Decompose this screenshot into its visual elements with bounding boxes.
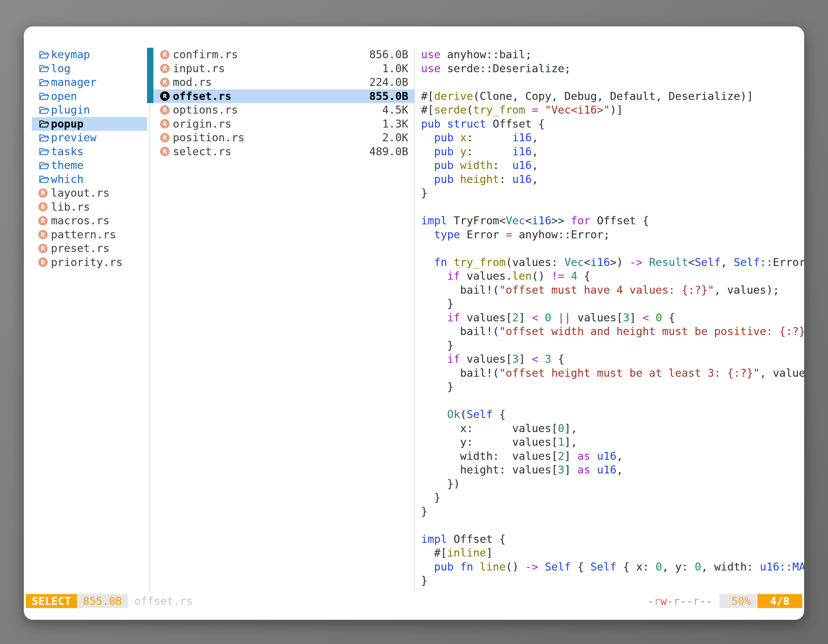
item-label: which (51, 172, 83, 186)
file-size: 855.0B (369, 89, 408, 103)
code-line: impl TryFrom<Vec<i16>> for Offset { (421, 214, 804, 228)
folder-open-icon (38, 147, 50, 156)
item-label: theme (51, 158, 83, 172)
code-line: } (421, 505, 804, 519)
code-line: #[inline] (421, 546, 804, 560)
rust-file-icon: R (160, 133, 169, 143)
code-line: pub y: i16, (421, 145, 804, 159)
code-line: } (421, 490, 804, 505)
item-label: keymap (51, 48, 90, 62)
file-row-options-rs[interactable]: Roptions.rs4.5K (147, 103, 415, 117)
item-label: log (51, 62, 70, 76)
file-name: mod.rs (173, 75, 212, 89)
file-row-position-rs[interactable]: Rposition.rs2.0K (147, 131, 415, 145)
item-label: preview (51, 131, 96, 145)
code-line (421, 394, 804, 408)
folder-open-icon (38, 119, 50, 128)
file-name: input.rs (173, 62, 225, 76)
sidebar-item-priority-rs[interactable]: Rpriority.rs (32, 255, 147, 270)
sidebar-item-popup[interactable]: popup (32, 117, 147, 131)
file-row-mod-rs[interactable]: Rmod.rs224.0B (147, 75, 415, 89)
mode-badge: SELECT (26, 594, 77, 608)
folder-open-icon (38, 106, 50, 114)
sidebar-item-which[interactable]: which (32, 172, 147, 186)
code-line: use serde::Deserialize; (421, 62, 804, 76)
code-line: #[derive(Clone, Copy, Debug, Default, De… (421, 89, 804, 103)
file-size: 856.0B (369, 48, 408, 62)
file-row-confirm-rs[interactable]: Rconfirm.rs856.0B (147, 48, 415, 62)
sidebar-item-preset-rs[interactable]: Rpreset.rs (32, 241, 147, 255)
folder-open-icon (38, 64, 50, 73)
item-label: priority.rs (51, 255, 122, 270)
file-row-input-rs[interactable]: Rinput.rs1.0K (147, 62, 415, 76)
rust-file-icon: R (38, 202, 48, 212)
sidebar-item-lib-rs[interactable]: Rlib.rs (32, 200, 147, 214)
item-label: tasks (51, 145, 83, 159)
code-line: } (421, 186, 804, 200)
file-row-select-rs[interactable]: Rselect.rs489.0B (147, 145, 415, 159)
sidebar-item-manager[interactable]: manager (32, 75, 147, 89)
status-filename: offset.rs (134, 594, 193, 608)
sidebar-item-theme[interactable]: theme (32, 158, 147, 172)
rust-file-icon: R (160, 147, 169, 156)
folder-open-icon (38, 50, 50, 59)
file-name: confirm.rs (173, 48, 238, 62)
file-size: 2.0K (382, 131, 408, 145)
rust-file-icon: R (38, 257, 48, 267)
sidebar-item-plugin[interactable]: plugin (32, 103, 147, 117)
rust-file-icon: R (38, 216, 48, 226)
rust-file-icon: R (160, 50, 169, 60)
cursor-position-badge: 4/8 (757, 594, 802, 608)
file-row-offset-rs[interactable]: Roffset.rs855.0B (147, 89, 415, 103)
file-size: 1.3K (382, 117, 408, 131)
code-line: type Error = anyhow::Error; (421, 228, 804, 242)
sidebar-item-keymap[interactable]: keymap (32, 48, 147, 62)
code-line: pub height: u16, (421, 172, 804, 186)
sidebar-item-layout-rs[interactable]: Rlayout.rs (32, 186, 147, 200)
permissions-text: -rw-r--r-- (647, 594, 712, 608)
file-name: offset.rs (173, 89, 231, 103)
item-label: manager (51, 75, 96, 89)
rust-file-icon: R (160, 105, 169, 115)
file-manager-window: keymaplogmanageropenpluginpopuppreviewta… (24, 27, 804, 620)
code-line: pub x: i16, (421, 131, 804, 145)
folder-open-icon (38, 161, 50, 170)
file-name: origin.rs (173, 117, 231, 131)
folder-open-icon (38, 133, 50, 142)
code-line: use anyhow::bail; (421, 48, 804, 62)
sidebar-item-pattern-rs[interactable]: Rpattern.rs (32, 228, 147, 242)
rust-file-icon: R (38, 230, 48, 239)
code-line: } (421, 573, 804, 588)
visual-selection-marker (147, 48, 154, 103)
sidebar-item-log[interactable]: log (32, 62, 147, 76)
item-label: open (51, 89, 77, 103)
file-name: options.rs (173, 103, 238, 117)
code-line: }) (421, 477, 804, 491)
code-line: if values.len() != 4 { (421, 269, 804, 283)
sidebar-item-macros-rs[interactable]: Rmacros.rs (32, 214, 147, 228)
sidebar-item-preview[interactable]: preview (32, 131, 147, 145)
item-label: macros.rs (51, 214, 110, 228)
sidebar-item-open[interactable]: open (32, 89, 147, 103)
code-line: height: values[3] as u16, (421, 463, 804, 477)
code-line: pub width: u16, (421, 158, 804, 172)
code-line: bail!("offset width and height must be p… (421, 324, 804, 338)
item-label: popup (51, 117, 83, 131)
file-size: 224.0B (369, 75, 408, 89)
status-bar: SELECT 855.0B offset.rs -rw-r--r-- 50% 4… (24, 594, 804, 608)
code-line (421, 241, 804, 255)
code-line (421, 75, 804, 89)
file-row-origin-rs[interactable]: Rorigin.rs1.3K (147, 117, 415, 131)
code-line: if values[2] < 0 || values[3] < 0 { (421, 311, 804, 325)
file-size: 4.5K (382, 103, 408, 117)
item-label: pattern.rs (51, 228, 116, 242)
scroll-percent-badge: 50% (720, 594, 757, 608)
code-line: fn try_from(values: Vec<i16>) -> Result<… (421, 255, 804, 270)
item-label: layout.rs (51, 186, 110, 200)
sidebar-item-tasks[interactable]: tasks (32, 145, 147, 159)
preview-pane: use anyhow::bail;use serde::Deserialize;… (421, 48, 804, 588)
rust-file-icon: R (160, 78, 169, 87)
rust-file-icon: R (160, 119, 169, 128)
code-line: } (421, 380, 804, 394)
code-line: if values[3] < 3 { (421, 352, 804, 366)
